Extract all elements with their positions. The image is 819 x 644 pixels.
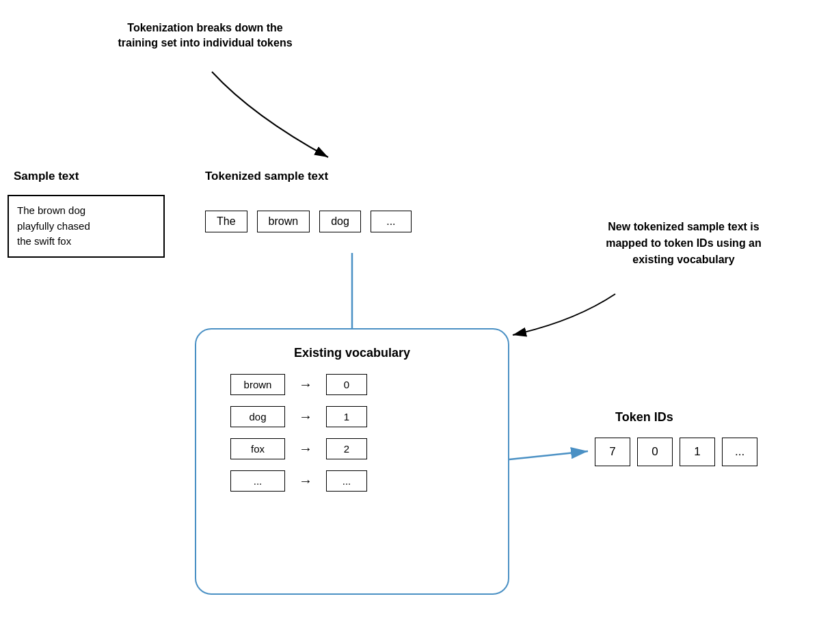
vocab-id-2: 2	[326, 438, 367, 459]
arrow-brown: →	[299, 377, 312, 392]
vocab-id-0: 0	[326, 374, 367, 395]
vocab-word-dog: dog	[230, 406, 285, 427]
right-annotation-text: New tokenized sample text is mapped to t…	[606, 221, 762, 265]
svg-line-1	[509, 451, 588, 459]
sample-text-box: The brown dogplayfully chasedthe swift f…	[8, 195, 165, 258]
token-id-0: 0	[637, 438, 673, 466]
token-id-ellipsis: ...	[722, 438, 757, 466]
token-id-1: 1	[680, 438, 715, 466]
annotation-text: Tokenization breaks down the training se…	[118, 22, 292, 49]
vocab-word-brown: brown	[230, 374, 285, 395]
vocab-rows: brown → 0 dog → 1 fox → 2 ... → ...	[196, 374, 508, 492]
token-brown: brown	[257, 211, 310, 232]
token-ellipsis: ...	[371, 211, 412, 232]
vocab-title: Existing vocabulary	[196, 346, 508, 360]
vocab-id-1: 1	[326, 406, 367, 427]
vocab-row-fox: fox → 2	[230, 438, 474, 459]
token-ids-row: 7 0 1 ...	[595, 438, 757, 466]
token-the: The	[205, 211, 247, 232]
token-ids-label: Token IDs	[615, 410, 673, 425]
vocab-word-fox: fox	[230, 438, 285, 459]
tokens-row: The brown dog ...	[205, 211, 412, 232]
token-id-7: 7	[595, 438, 630, 466]
tokenized-label: Tokenized sample text	[205, 170, 328, 183]
sample-text-label: Sample text	[14, 170, 79, 183]
arrow-dog: →	[299, 409, 312, 425]
vocab-box: Existing vocabulary brown → 0 dog → 1 fo…	[195, 328, 509, 595]
arrow-fox: →	[299, 441, 312, 457]
vocab-row-ellipsis: ... → ...	[230, 470, 474, 492]
vocab-word-ellipsis: ...	[230, 470, 285, 492]
arrow-ellipsis: →	[299, 473, 312, 489]
vocab-row-brown: brown → 0	[230, 374, 474, 395]
diagram-container: Tokenization breaks down the training se…	[0, 0, 819, 644]
vocab-row-dog: dog → 1	[230, 406, 474, 427]
top-annotation: Tokenization breaks down the training se…	[109, 21, 301, 51]
token-dog: dog	[319, 211, 361, 232]
right-annotation: New tokenized sample text is mapped to t…	[595, 219, 773, 268]
vocab-id-ellipsis: ...	[326, 470, 367, 492]
